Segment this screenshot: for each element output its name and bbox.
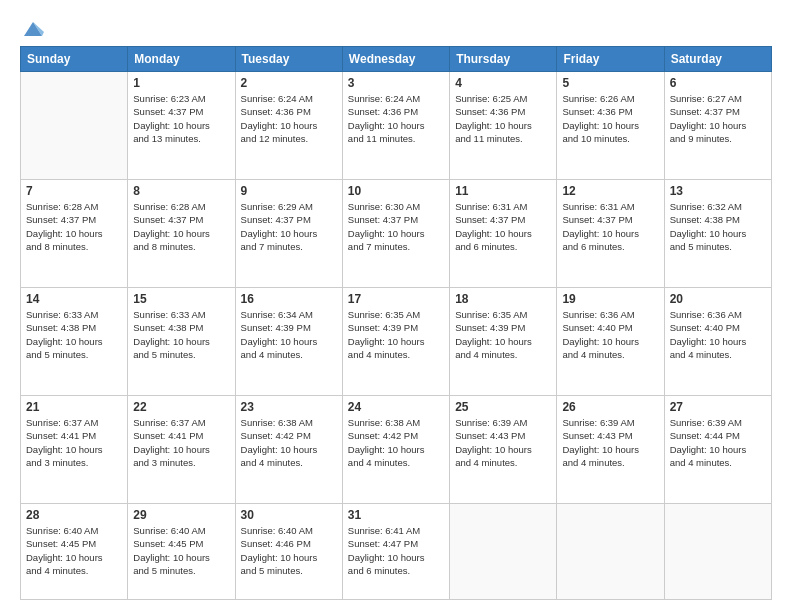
day-number: 17 — [348, 292, 444, 306]
day-info: Sunrise: 6:31 AM Sunset: 4:37 PM Dayligh… — [562, 200, 658, 253]
calendar-cell: 22Sunrise: 6:37 AM Sunset: 4:41 PM Dayli… — [128, 396, 235, 504]
calendar-cell: 17Sunrise: 6:35 AM Sunset: 4:39 PM Dayli… — [342, 288, 449, 396]
calendar-cell: 5Sunrise: 6:26 AM Sunset: 4:36 PM Daylig… — [557, 72, 664, 180]
calendar-cell: 15Sunrise: 6:33 AM Sunset: 4:38 PM Dayli… — [128, 288, 235, 396]
day-number: 19 — [562, 292, 658, 306]
day-info: Sunrise: 6:30 AM Sunset: 4:37 PM Dayligh… — [348, 200, 444, 253]
weekday-header-row: SundayMondayTuesdayWednesdayThursdayFrid… — [21, 47, 772, 72]
day-info: Sunrise: 6:36 AM Sunset: 4:40 PM Dayligh… — [562, 308, 658, 361]
day-number: 15 — [133, 292, 229, 306]
day-number: 6 — [670, 76, 766, 90]
calendar-cell: 9Sunrise: 6:29 AM Sunset: 4:37 PM Daylig… — [235, 180, 342, 288]
header — [20, 18, 772, 36]
day-number: 25 — [455, 400, 551, 414]
day-info: Sunrise: 6:40 AM Sunset: 4:45 PM Dayligh… — [133, 524, 229, 577]
day-info: Sunrise: 6:24 AM Sunset: 4:36 PM Dayligh… — [348, 92, 444, 145]
day-number: 23 — [241, 400, 337, 414]
calendar-cell: 25Sunrise: 6:39 AM Sunset: 4:43 PM Dayli… — [450, 396, 557, 504]
calendar-cell: 29Sunrise: 6:40 AM Sunset: 4:45 PM Dayli… — [128, 504, 235, 600]
calendar-cell: 14Sunrise: 6:33 AM Sunset: 4:38 PM Dayli… — [21, 288, 128, 396]
calendar-cell: 7Sunrise: 6:28 AM Sunset: 4:37 PM Daylig… — [21, 180, 128, 288]
day-number: 5 — [562, 76, 658, 90]
week-row-1: 1Sunrise: 6:23 AM Sunset: 4:37 PM Daylig… — [21, 72, 772, 180]
day-info: Sunrise: 6:28 AM Sunset: 4:37 PM Dayligh… — [26, 200, 122, 253]
day-info: Sunrise: 6:33 AM Sunset: 4:38 PM Dayligh… — [133, 308, 229, 361]
logo — [20, 18, 44, 36]
calendar-cell: 18Sunrise: 6:35 AM Sunset: 4:39 PM Dayli… — [450, 288, 557, 396]
day-info: Sunrise: 6:33 AM Sunset: 4:38 PM Dayligh… — [26, 308, 122, 361]
calendar-cell — [557, 504, 664, 600]
day-info: Sunrise: 6:28 AM Sunset: 4:37 PM Dayligh… — [133, 200, 229, 253]
day-number: 18 — [455, 292, 551, 306]
day-info: Sunrise: 6:32 AM Sunset: 4:38 PM Dayligh… — [670, 200, 766, 253]
day-info: Sunrise: 6:35 AM Sunset: 4:39 PM Dayligh… — [348, 308, 444, 361]
page: SundayMondayTuesdayWednesdayThursdayFrid… — [0, 0, 792, 612]
calendar-cell: 19Sunrise: 6:36 AM Sunset: 4:40 PM Dayli… — [557, 288, 664, 396]
day-number: 22 — [133, 400, 229, 414]
calendar-cell — [664, 504, 771, 600]
day-info: Sunrise: 6:37 AM Sunset: 4:41 PM Dayligh… — [26, 416, 122, 469]
day-info: Sunrise: 6:38 AM Sunset: 4:42 PM Dayligh… — [348, 416, 444, 469]
day-info: Sunrise: 6:36 AM Sunset: 4:40 PM Dayligh… — [670, 308, 766, 361]
day-number: 13 — [670, 184, 766, 198]
calendar-cell: 2Sunrise: 6:24 AM Sunset: 4:36 PM Daylig… — [235, 72, 342, 180]
calendar-cell: 16Sunrise: 6:34 AM Sunset: 4:39 PM Dayli… — [235, 288, 342, 396]
day-info: Sunrise: 6:31 AM Sunset: 4:37 PM Dayligh… — [455, 200, 551, 253]
calendar-cell: 27Sunrise: 6:39 AM Sunset: 4:44 PM Dayli… — [664, 396, 771, 504]
day-number: 30 — [241, 508, 337, 522]
week-row-5: 28Sunrise: 6:40 AM Sunset: 4:45 PM Dayli… — [21, 504, 772, 600]
calendar-cell: 8Sunrise: 6:28 AM Sunset: 4:37 PM Daylig… — [128, 180, 235, 288]
day-number: 14 — [26, 292, 122, 306]
day-number: 28 — [26, 508, 122, 522]
weekday-friday: Friday — [557, 47, 664, 72]
day-number: 31 — [348, 508, 444, 522]
day-info: Sunrise: 6:29 AM Sunset: 4:37 PM Dayligh… — [241, 200, 337, 253]
day-info: Sunrise: 6:37 AM Sunset: 4:41 PM Dayligh… — [133, 416, 229, 469]
calendar-cell — [450, 504, 557, 600]
week-row-3: 14Sunrise: 6:33 AM Sunset: 4:38 PM Dayli… — [21, 288, 772, 396]
day-info: Sunrise: 6:41 AM Sunset: 4:47 PM Dayligh… — [348, 524, 444, 577]
day-info: Sunrise: 6:40 AM Sunset: 4:46 PM Dayligh… — [241, 524, 337, 577]
calendar-cell: 28Sunrise: 6:40 AM Sunset: 4:45 PM Dayli… — [21, 504, 128, 600]
day-info: Sunrise: 6:26 AM Sunset: 4:36 PM Dayligh… — [562, 92, 658, 145]
day-info: Sunrise: 6:35 AM Sunset: 4:39 PM Dayligh… — [455, 308, 551, 361]
week-row-2: 7Sunrise: 6:28 AM Sunset: 4:37 PM Daylig… — [21, 180, 772, 288]
calendar-cell — [21, 72, 128, 180]
weekday-thursday: Thursday — [450, 47, 557, 72]
day-info: Sunrise: 6:39 AM Sunset: 4:43 PM Dayligh… — [562, 416, 658, 469]
day-number: 12 — [562, 184, 658, 198]
weekday-saturday: Saturday — [664, 47, 771, 72]
calendar-cell: 30Sunrise: 6:40 AM Sunset: 4:46 PM Dayli… — [235, 504, 342, 600]
day-number: 11 — [455, 184, 551, 198]
day-info: Sunrise: 6:40 AM Sunset: 4:45 PM Dayligh… — [26, 524, 122, 577]
weekday-monday: Monday — [128, 47, 235, 72]
calendar-cell: 1Sunrise: 6:23 AM Sunset: 4:37 PM Daylig… — [128, 72, 235, 180]
day-info: Sunrise: 6:27 AM Sunset: 4:37 PM Dayligh… — [670, 92, 766, 145]
day-number: 10 — [348, 184, 444, 198]
day-number: 4 — [455, 76, 551, 90]
day-number: 8 — [133, 184, 229, 198]
calendar-cell: 24Sunrise: 6:38 AM Sunset: 4:42 PM Dayli… — [342, 396, 449, 504]
day-number: 16 — [241, 292, 337, 306]
calendar-cell: 12Sunrise: 6:31 AM Sunset: 4:37 PM Dayli… — [557, 180, 664, 288]
week-row-4: 21Sunrise: 6:37 AM Sunset: 4:41 PM Dayli… — [21, 396, 772, 504]
day-number: 20 — [670, 292, 766, 306]
day-info: Sunrise: 6:39 AM Sunset: 4:44 PM Dayligh… — [670, 416, 766, 469]
calendar-cell: 4Sunrise: 6:25 AM Sunset: 4:36 PM Daylig… — [450, 72, 557, 180]
calendar-cell: 21Sunrise: 6:37 AM Sunset: 4:41 PM Dayli… — [21, 396, 128, 504]
calendar-cell: 26Sunrise: 6:39 AM Sunset: 4:43 PM Dayli… — [557, 396, 664, 504]
calendar-cell: 6Sunrise: 6:27 AM Sunset: 4:37 PM Daylig… — [664, 72, 771, 180]
calendar-cell: 3Sunrise: 6:24 AM Sunset: 4:36 PM Daylig… — [342, 72, 449, 180]
calendar-cell: 10Sunrise: 6:30 AM Sunset: 4:37 PM Dayli… — [342, 180, 449, 288]
day-number: 1 — [133, 76, 229, 90]
day-number: 3 — [348, 76, 444, 90]
calendar-table: SundayMondayTuesdayWednesdayThursdayFrid… — [20, 46, 772, 600]
weekday-tuesday: Tuesday — [235, 47, 342, 72]
day-number: 21 — [26, 400, 122, 414]
day-info: Sunrise: 6:25 AM Sunset: 4:36 PM Dayligh… — [455, 92, 551, 145]
day-number: 2 — [241, 76, 337, 90]
day-number: 27 — [670, 400, 766, 414]
day-info: Sunrise: 6:39 AM Sunset: 4:43 PM Dayligh… — [455, 416, 551, 469]
logo-icon — [22, 18, 44, 40]
weekday-wednesday: Wednesday — [342, 47, 449, 72]
